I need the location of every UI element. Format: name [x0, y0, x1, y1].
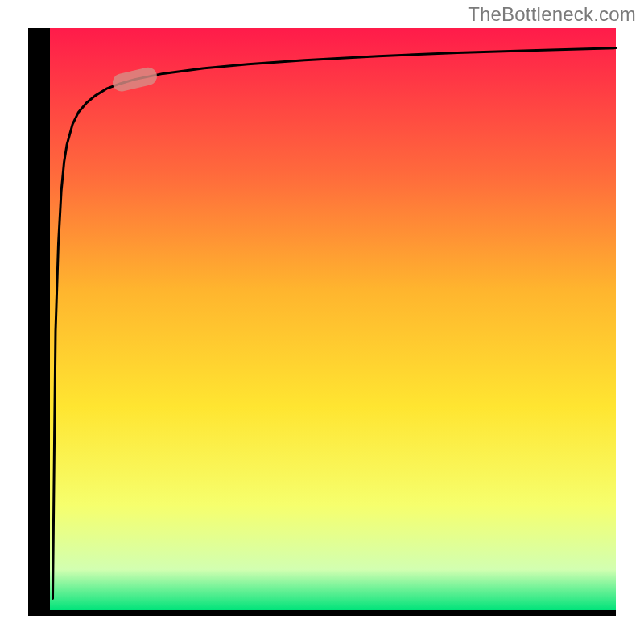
- axis-bottom: [28, 610, 616, 616]
- watermark-label: TheBottleneck.com: [468, 3, 636, 26]
- axis-left: [28, 28, 50, 616]
- plot-gradient-background: [50, 28, 616, 610]
- chart-svg: [0, 0, 644, 644]
- bottleneck-chart: TheBottleneck.com: [0, 0, 644, 644]
